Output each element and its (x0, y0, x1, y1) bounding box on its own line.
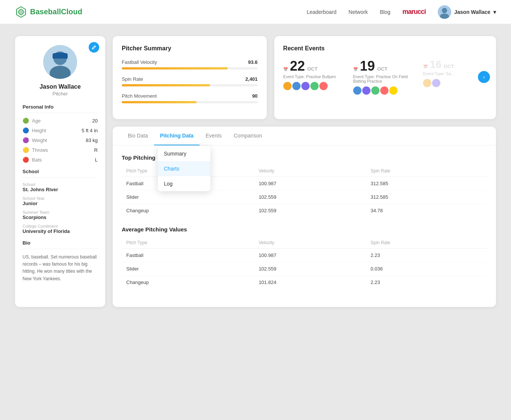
bats-icon: 🔴 (23, 157, 29, 163)
top-slider-spinrate: 312.585 (366, 190, 487, 204)
table-row: Changeup 101.824 2.23 (122, 276, 487, 289)
school-name-field: School St. Johns River (23, 182, 98, 192)
dropdown-log[interactable]: Log (158, 176, 210, 191)
throws-icon: 🟡 (23, 147, 29, 153)
college-label: College Comitment (23, 224, 98, 228)
tab-bio-data[interactable]: Bio Data (122, 127, 154, 145)
school-year-label: School Year (23, 196, 98, 201)
top-changeup-velocity: 102.559 (254, 204, 366, 218)
avg-fastball-spinrate: 2.23 (366, 249, 487, 262)
summer-team-value: Scorpions (23, 215, 98, 220)
event-avatar (310, 82, 319, 90)
nav-user-menu[interactable]: Jason Wallace ▾ (438, 5, 496, 19)
college-value: University of Florida (23, 228, 98, 234)
event-day-1: 22 (290, 59, 305, 73)
top-slider-type: Slider (122, 190, 254, 204)
info-row-bats: 🔴 Bats L (23, 157, 98, 163)
throws-value: R (94, 147, 98, 153)
event-avatars-1 (283, 82, 347, 90)
events-row: 📅 22 OCT Event Type: Practise Bullpen (283, 59, 487, 95)
tab-comparison[interactable]: Comparison (228, 127, 268, 145)
nav-user-avatar (438, 5, 451, 19)
tab-events[interactable]: Events (200, 127, 228, 145)
dropdown-summary[interactable]: Summary (158, 146, 210, 161)
brand-logo[interactable]: BaseballCloud (15, 6, 82, 18)
throws-label: Throws (32, 147, 48, 153)
avg-pitching-title: Average Pitching Values (122, 226, 487, 233)
event-avatar (423, 79, 431, 87)
top-pitching-col-velocity: Velocity (254, 165, 366, 177)
height-value: 5 ft 4 in (82, 128, 98, 133)
event-day-2: 19 (360, 59, 375, 73)
table-row: Slider 102.559 0.036 (122, 262, 487, 276)
stat-row-pitchmovement: Pitch Movement 90 (122, 93, 258, 103)
event-month-1: OCT (307, 66, 317, 72)
nav-leaderboard[interactable]: Leaderboard (307, 9, 336, 15)
svg-point-3 (20, 11, 22, 13)
event-avatar (301, 82, 310, 90)
event-avatar (432, 79, 440, 87)
nav-dropdown-icon: ▾ (493, 9, 496, 15)
event-month-2: OCT (377, 66, 387, 72)
weight-label: Weight (32, 137, 47, 143)
right-content: Pitcher Summary Fastball Velocity 93.6 S… (113, 36, 496, 307)
pitcher-summary-title: Pitcher Summary (122, 45, 258, 52)
stat-pitchmovement-bar-bg (122, 101, 258, 103)
avg-slider-velocity: 102.559 (254, 262, 366, 276)
avg-slider-type: Slider (122, 262, 254, 276)
table-row: Fastball 100.987 2.23 (122, 249, 487, 262)
weight-icon: 🟣 (23, 137, 29, 143)
cal-icon-3: 📅 (423, 65, 428, 69)
table-row: Changeup 102.559 34.78 (122, 204, 487, 218)
age-value: 20 (92, 118, 98, 124)
event-item-3: 📅 16 OCT Event Type: Sa... (423, 59, 487, 87)
avg-changeup-type: Changeup (122, 276, 254, 289)
brand-icon (15, 6, 27, 18)
stat-row-fastball: Fastball Velocity 93.6 (122, 59, 258, 69)
avg-pitching-col-velocity: Velocity (254, 237, 366, 249)
nav-network[interactable]: Network (349, 9, 368, 15)
recent-events-title: Recent Events (283, 45, 487, 52)
bio-title: Bio (23, 240, 98, 249)
cal-icon-2: 📅 (353, 67, 358, 71)
summer-team-label: Summer Team (23, 210, 98, 215)
bio-section: Bio US, baseball. Set numerous baseball … (23, 240, 98, 283)
personal-info-list: 🟢 Age 20 🔵 Height 5 ft 4 in 🟣 Weight 83 … (23, 118, 98, 163)
avg-changeup-velocity: 101.824 (254, 276, 366, 289)
height-label: Height (32, 128, 46, 133)
school-section: School School St. Johns River School Yea… (23, 169, 98, 234)
tab-pitching-data[interactable]: Pitching Data (154, 127, 200, 145)
stat-fastball-label: Fastball Velocity (122, 59, 157, 65)
height-icon: 🔵 (23, 127, 29, 133)
event-avatar (319, 82, 328, 90)
pitching-data-dropdown[interactable]: Summary Charts Log (158, 146, 210, 191)
top-pitching-col-spinrate: Spin Rate (366, 165, 487, 177)
svg-point-5 (442, 8, 447, 13)
stat-fastball-value: 93.6 (248, 59, 257, 65)
bats-label: Bats (32, 157, 42, 163)
stat-pitchmovement-value: 90 (252, 93, 257, 99)
stat-spinrate-bar-bg (122, 84, 258, 86)
event-day-3: 16 (430, 59, 441, 70)
pitcher-summary-card: Pitcher Summary Fastball Velocity 93.6 S… (113, 36, 267, 119)
event-type-2: Event Type: Practise On Field Batting Pr… (353, 74, 417, 83)
main-content: Jason Wallace Pitcher Personal Info 🟢 Ag… (0, 24, 511, 319)
event-avatar (371, 86, 379, 95)
nav-blog[interactable]: Blog (380, 9, 390, 15)
nav-links: Leaderboard Network Blog marucci Jason W… (307, 5, 496, 19)
brand-name: BaseballCloud (30, 8, 82, 16)
top-row: Pitcher Summary Fastball Velocity 93.6 S… (113, 36, 496, 119)
events-next-button[interactable]: › (478, 71, 490, 83)
avg-pitching-col-type: Pitch Type (122, 237, 254, 249)
profile-edit-button[interactable] (89, 42, 99, 53)
stat-spinrate-value: 2,401 (245, 76, 258, 82)
bio-text: US, baseball. Set numerous baseball reco… (23, 254, 98, 283)
dropdown-charts[interactable]: Charts (158, 161, 210, 176)
stat-fastball-bar-fill (122, 67, 228, 69)
navbar: BaseballCloud Leaderboard Network Blog m… (0, 0, 511, 24)
event-type-3: Event Type: Sa... (423, 71, 487, 76)
tabs-bar: Bio Data Pitching Data Events Comparison (113, 127, 496, 145)
avg-slider-spinrate: 0.036 (366, 262, 487, 276)
event-type-1: Event Type: Practise Bullpen (283, 74, 347, 79)
summer-team-field: Summer Team Scorpions (23, 210, 98, 220)
